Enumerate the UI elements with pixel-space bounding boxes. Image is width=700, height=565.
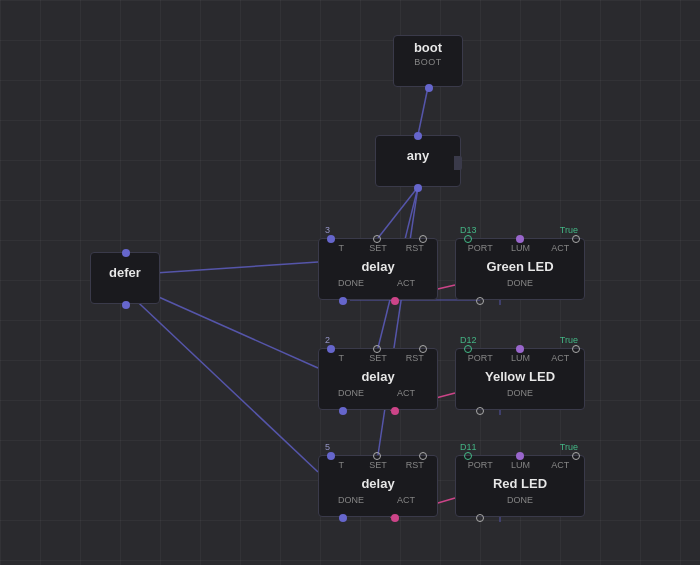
delay3-set-label: SET <box>366 460 390 470</box>
greenled-bottom-ports: DONE <box>456 276 584 290</box>
delay1-act-label: ACT <box>394 278 418 288</box>
redled-true-label: True <box>560 442 578 452</box>
greenled-port-dot <box>464 235 472 243</box>
delay3-t-label: T <box>329 460 353 470</box>
greenled-lum-dot <box>516 235 524 243</box>
delay3-done-dot <box>339 514 347 522</box>
delay1-done-label: DONE <box>338 278 364 288</box>
delay1-t-dot <box>327 235 335 243</box>
delay1-act-dot <box>391 297 399 305</box>
yellowled-label: Yellow LED <box>456 365 584 386</box>
redled-act-label: ACT <box>548 460 572 470</box>
delay2-t-label: T <box>329 353 353 363</box>
boot-node[interactable]: boot BOOT <box>393 35 463 87</box>
defer-out-dot <box>122 301 130 309</box>
redled-port-dot <box>464 452 472 460</box>
delay2-set-dot <box>373 345 381 353</box>
delay1-set-dot <box>373 235 381 243</box>
redled-done-dot <box>476 514 484 522</box>
delay3-rst-dot <box>419 452 427 460</box>
greenled-port-label: PORT <box>468 243 493 253</box>
delay2-act-label: ACT <box>394 388 418 398</box>
delay3-node[interactable]: 5 T SET RST delay DONE ACT <box>318 455 438 517</box>
yellowled-act-dot <box>572 345 580 353</box>
redled-d-label: D11 <box>460 442 477 452</box>
defer-in-dot <box>122 249 130 257</box>
delay3-num: 5 <box>325 442 330 452</box>
greenled-label: Green LED <box>456 255 584 276</box>
delay2-set-label: SET <box>366 353 390 363</box>
delay1-rst-dot <box>419 235 427 243</box>
delay1-set-label: SET <box>366 243 390 253</box>
delay3-done-label: DONE <box>338 495 364 505</box>
yellowled-port-dot <box>464 345 472 353</box>
delay2-bottom-ports: DONE ACT <box>319 386 437 400</box>
boot-label: boot <box>394 36 462 57</box>
redled-port-label: PORT <box>468 460 493 470</box>
any-out-dot <box>414 184 422 192</box>
yellowled-node[interactable]: D12 True PORT LUM ACT Yellow LED DONE <box>455 348 585 410</box>
any-node[interactable]: any <box>375 135 461 187</box>
delay3-set-dot <box>373 452 381 460</box>
yellowled-act-label: ACT <box>548 353 572 363</box>
yellowled-lum-label: LUM <box>508 353 532 363</box>
any-label: any <box>376 144 460 165</box>
defer-label: defer <box>91 261 159 282</box>
yellowled-done-dot <box>476 407 484 415</box>
redled-label: Red LED <box>456 472 584 493</box>
greenled-true-label: True <box>560 225 578 235</box>
yellowled-done-label: DONE <box>507 388 533 398</box>
delay3-rst-label: RST <box>403 460 427 470</box>
delay2-rst-dot <box>419 345 427 353</box>
delay1-rst-label: RST <box>403 243 427 253</box>
greenled-node[interactable]: D13 True PORT LUM ACT Green LED DONE <box>455 238 585 300</box>
yellowled-true-label: True <box>560 335 578 345</box>
delay3-act-label: ACT <box>394 495 418 505</box>
greenled-done-label: DONE <box>507 278 533 288</box>
boot-sublabel: BOOT <box>394 57 462 70</box>
delay1-done-dot <box>339 297 347 305</box>
greenled-act-label: ACT <box>548 243 572 253</box>
defer-node[interactable]: defer <box>90 252 160 304</box>
delay1-t-label: T <box>329 243 353 253</box>
greenled-done-dot <box>476 297 484 305</box>
delay3-act-dot <box>391 514 399 522</box>
yellowled-port-label: PORT <box>468 353 493 363</box>
delay2-rst-label: RST <box>403 353 427 363</box>
delay3-bottom-ports: DONE ACT <box>319 493 437 507</box>
redled-lum-dot <box>516 452 524 460</box>
delay1-bottom-ports: DONE ACT <box>319 276 437 290</box>
greenled-act-dot <box>572 235 580 243</box>
redled-act-dot <box>572 452 580 460</box>
greenled-d-label: D13 <box>460 225 477 235</box>
delay2-act-dot <box>391 407 399 415</box>
delay3-label: delay <box>319 472 437 493</box>
delay1-label: delay <box>319 255 437 276</box>
delay2-done-dot <box>339 407 347 415</box>
redled-lum-label: LUM <box>508 460 532 470</box>
delay2-t-dot <box>327 345 335 353</box>
greenled-lum-label: LUM <box>508 243 532 253</box>
yellowled-bottom-ports: DONE <box>456 386 584 400</box>
redled-bottom-ports: DONE <box>456 493 584 507</box>
boot-out-dot <box>425 84 433 92</box>
delay1-node[interactable]: 3 T SET RST delay DONE ACT <box>318 238 438 300</box>
yellowled-d-label: D12 <box>460 335 477 345</box>
yellowled-lum-dot <box>516 345 524 353</box>
delay2-node[interactable]: 2 T SET RST delay DONE ACT <box>318 348 438 410</box>
redled-node[interactable]: D11 True PORT LUM ACT Red LED DONE <box>455 455 585 517</box>
delay3-t-dot <box>327 452 335 460</box>
any-in-dot <box>414 132 422 140</box>
delay1-num: 3 <box>325 225 330 235</box>
delay2-num: 2 <box>325 335 330 345</box>
delay2-label: delay <box>319 365 437 386</box>
delay2-done-label: DONE <box>338 388 364 398</box>
redled-done-label: DONE <box>507 495 533 505</box>
